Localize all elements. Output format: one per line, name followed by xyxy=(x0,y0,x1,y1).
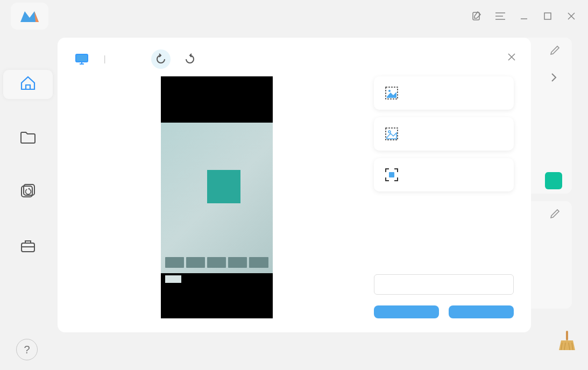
copy-screenshot-clipboard-button[interactable] xyxy=(374,117,514,151)
modal-close-button[interactable] xyxy=(507,53,516,63)
fullscreen-icon xyxy=(384,167,400,183)
open-button[interactable] xyxy=(374,305,439,318)
change-button[interactable] xyxy=(449,305,514,318)
monitor-icon xyxy=(75,53,89,65)
svg-rect-27 xyxy=(389,172,394,177)
device-screen-preview xyxy=(161,76,273,318)
modal-overlay: | xyxy=(0,0,588,370)
fullscreen-button[interactable] xyxy=(374,158,514,191)
output-path-input[interactable] xyxy=(374,274,514,295)
realtime-screen-modal: | xyxy=(58,38,531,332)
svg-point-26 xyxy=(388,131,391,133)
copy-clip-icon xyxy=(384,126,400,142)
svg-point-24 xyxy=(388,90,391,92)
svg-rect-18 xyxy=(76,55,87,61)
save-screenshot-local-button[interactable] xyxy=(374,76,514,110)
save-local-icon xyxy=(384,85,400,101)
divider: | xyxy=(104,54,106,64)
rotate-right-button[interactable] xyxy=(180,49,200,69)
rotate-left-button[interactable] xyxy=(151,49,171,69)
